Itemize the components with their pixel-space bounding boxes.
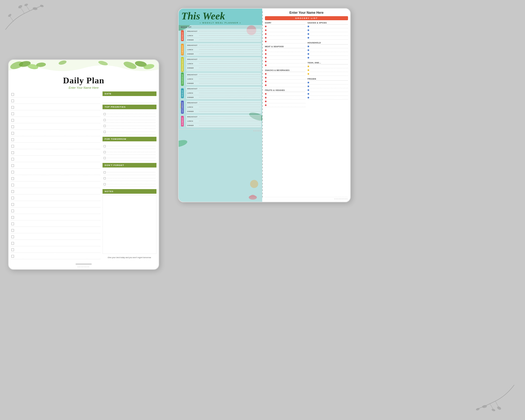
checkbox[interactable] [11,248,14,251]
checkbox[interactable] [11,177,14,180]
grocery-name-header: Enter Your Name Here [265,11,348,15]
mini-dot [258,130,259,131]
checkbox[interactable] [11,203,14,206]
wednesday-lunch: LUNCH [186,62,261,66]
checkbox[interactable] [11,93,14,96]
this-week-title: This Week [181,11,260,21]
saturday-label-col: SATURDAY [179,100,186,114]
sauces-section: SAUCES & SPICES [308,22,348,40]
thursday-meals: BREAKFAST LUNCH DINNER [186,73,261,86]
snacks-dot [265,77,267,78]
monday-label: MONDAY [181,30,184,41]
check-row [11,253,100,259]
checkbox[interactable] [11,164,14,167]
thursday-dinner: DINNER [186,81,261,86]
dairy-item [265,32,305,36]
priority-checkbox[interactable] [104,113,106,115]
fruits-item [265,92,305,96]
notes-box[interactable] [103,195,156,254]
sauces-item [308,25,348,28]
notes-header: NOTES [103,189,156,194]
tomorrow-checkbox[interactable] [104,151,106,153]
snacks-dot [265,73,267,75]
check-row [11,143,100,149]
yeah-dot [308,73,309,75]
checkbox[interactable] [11,171,14,173]
dont-forget-checkbox[interactable] [104,171,106,173]
check-row [11,124,100,130]
checkbox[interactable] [11,145,14,148]
daily-checklist [11,91,100,259]
yeah-dot [308,66,309,67]
checkbox[interactable] [11,106,14,109]
checkbox[interactable] [11,132,14,135]
saturday-label: SATURDAY [181,101,184,114]
tuesday-lunch: LUNCH [186,47,261,52]
weekly-planner-tablet: This Week • WEEKLY MEAL PLANNER • WEEK O… [178,8,351,202]
snacks-dot [265,81,267,82]
frozen-section: FROZEN [308,78,348,100]
checkbox[interactable] [11,138,14,141]
fruits-item [265,100,305,103]
svg-point-1 [24,3,28,6]
weekly-subtitle: • WEEKLY MEAL PLANNER • [181,22,260,24]
dont-forget-header: DON'T FORGET [103,163,156,168]
meat-title: MEAT & SEAFOOD [265,46,305,48]
check-row [11,247,100,253]
household-dot [308,57,309,59]
monday-meals: BREAKFAST LUNCH DINNER [186,29,261,42]
saturday-breakfast: BREAKFAST [186,101,261,105]
priority-line [104,129,155,135]
monday-row: MONDAY BREAKFAST LUNCH DINNER [179,29,262,42]
daily-footer-quote: Give your best today and you won't regre… [103,255,156,259]
svg-point-17 [98,60,108,66]
checkbox[interactable] [11,100,14,102]
top-priorities-header: TOP PRIORITIES [103,105,156,109]
svg-point-24 [249,195,257,200]
meat-section: MEAT & SEAFOOD [265,46,305,67]
meat-dot [265,57,267,59]
checkbox[interactable] [11,197,14,199]
checkbox[interactable] [11,242,14,245]
checkbox[interactable] [11,216,14,219]
branch-decoration-topleft [3,3,46,35]
frozen-item [308,81,348,84]
tablet-bottom-bar [76,264,92,265]
checkbox[interactable] [11,184,14,186]
checkbox[interactable] [11,229,14,232]
dont-forget-checkbox[interactable] [104,177,106,179]
snacks-item [265,76,305,80]
tuesday-label-col: TUESDAY [179,43,186,56]
meat-item [265,48,305,52]
sunday-breakfast: BREAKFAST [186,115,261,119]
snacks-item [265,72,305,76]
checkbox[interactable] [11,255,14,258]
checkbox[interactable] [11,119,14,122]
checkbox[interactable] [11,190,14,193]
tomorrow-checkbox[interactable] [104,145,106,147]
priority-checkbox[interactable] [104,119,106,121]
fruits-title: FRUITS & VEGGIES [265,89,305,92]
check-row [11,117,100,123]
checkbox[interactable] [11,223,14,225]
checkbox[interactable] [11,125,14,128]
priority-checkbox[interactable] [104,131,106,133]
priority-checkbox[interactable] [104,125,106,127]
checkbox[interactable] [11,210,14,212]
friday-label: FRIDAY [181,88,184,98]
checkbox[interactable] [11,151,14,154]
daily-plan-name: Enter Your Name Here [12,86,155,89]
friday-dinner: DINNER [186,95,261,100]
dont-forget-checkbox[interactable] [104,183,106,185]
tuesday-dinner: DINNER [186,52,261,56]
checkbox[interactable] [11,112,14,115]
check-row [11,156,100,162]
tomorrow-checkbox[interactable] [104,157,106,159]
fruits-dot [265,93,267,95]
checkbox[interactable] [11,158,14,161]
checkbox[interactable] [11,235,14,238]
fruits-item [265,103,305,107]
sunday-dinner: DINNER [186,123,261,128]
check-row [11,195,100,201]
priority-line [104,111,155,117]
